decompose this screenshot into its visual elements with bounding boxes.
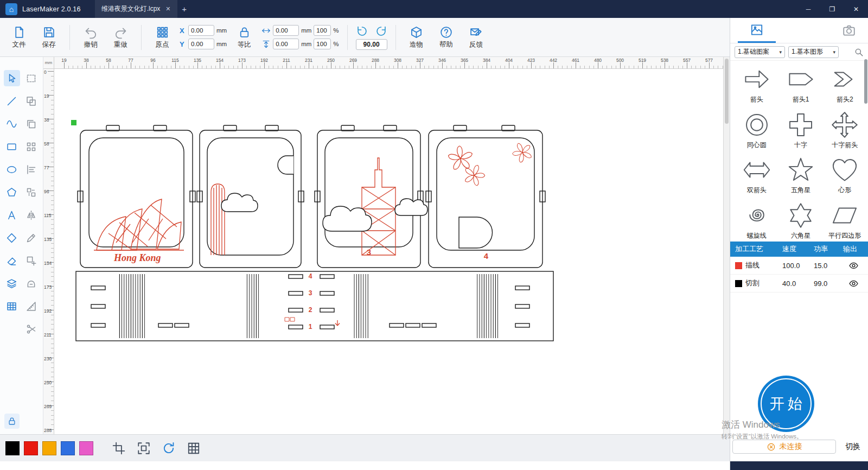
rotate-cw-icon[interactable] <box>375 25 387 37</box>
maximize-button[interactable]: ❐ <box>820 0 844 18</box>
tool-layers[interactable] <box>4 275 20 291</box>
feedback-button[interactable]: 反馈 <box>464 24 489 51</box>
switch-button[interactable]: 切换 <box>840 442 865 452</box>
panel-scrollbar[interactable] <box>864 59 867 104</box>
color-swatch-3[interactable] <box>61 441 75 455</box>
tool-mirror[interactable] <box>23 207 40 223</box>
redo-label: 重做 <box>114 40 127 49</box>
tool-diamond[interactable] <box>4 230 20 246</box>
fit-view-icon[interactable] <box>137 441 151 455</box>
refresh-icon[interactable] <box>162 441 176 455</box>
help-button[interactable]: 帮助 <box>434 24 459 51</box>
tab-vector-library[interactable] <box>738 18 776 43</box>
close-button[interactable]: ✕ <box>844 0 868 18</box>
tool-eraser[interactable] <box>4 252 20 269</box>
shape-item-star5[interactable]: 五角星 <box>780 156 821 196</box>
shape-item-arrow-pentagon[interactable]: 箭头1 <box>780 65 821 105</box>
height-percent-input[interactable] <box>314 39 331 49</box>
tool-duplicate[interactable] <box>23 116 40 132</box>
shape-item-cross[interactable]: 十字 <box>780 111 821 151</box>
color-swatch-4[interactable] <box>79 441 93 455</box>
width-percent-input[interactable] <box>314 25 331 36</box>
shape-item-heart[interactable]: 心形 <box>824 156 866 196</box>
redo-button[interactable]: 重做 <box>108 24 133 51</box>
shape-label: 螺旋线 <box>747 231 767 240</box>
tool-group[interactable] <box>23 184 40 200</box>
create-button[interactable]: 造物 <box>404 24 429 51</box>
color-swatch-1[interactable] <box>24 441 38 455</box>
start-button[interactable]: 开始 <box>758 376 814 432</box>
tool-polygon[interactable] <box>4 184 20 200</box>
connection-status[interactable]: 未连接 <box>732 440 836 454</box>
tool-text[interactable] <box>4 207 20 223</box>
rotation-input[interactable] <box>356 39 387 50</box>
process-row[interactable]: 描线100.015.0 <box>730 257 868 275</box>
tool-trim[interactable] <box>23 321 40 337</box>
tool-weld[interactable] <box>23 275 40 291</box>
tool-select[interactable] <box>4 70 20 86</box>
tool-table[interactable] <box>4 298 20 314</box>
height-input[interactable] <box>273 39 299 49</box>
horizontal-ruler: 1938587796115135154173192211231250269288… <box>54 57 723 69</box>
category-select-1[interactable]: 1.基础图案 ▾ <box>735 46 785 58</box>
process-row[interactable]: 切割40.099.0 <box>730 275 868 293</box>
tool-boolean-grid[interactable] <box>23 252 40 269</box>
width-input[interactable] <box>273 25 299 36</box>
ruler-corner: mm <box>43 57 54 69</box>
document-tab[interactable]: 维港夜景文化灯.lcpx ✕ <box>95 0 177 18</box>
shape-item-arrow-right[interactable]: 箭头 <box>736 65 777 105</box>
tab-close-icon[interactable]: ✕ <box>165 5 170 12</box>
tool-marquee-select[interactable] <box>23 70 40 86</box>
y-input[interactable] <box>188 39 214 49</box>
undo-button[interactable]: 撤销 <box>78 24 103 51</box>
col-power: 功率 <box>814 244 843 254</box>
tool-align[interactable] <box>23 161 40 177</box>
process-table-header: 加工工艺 速度 功率 输出 <box>730 242 868 257</box>
shape-item-spiral[interactable]: 螺旋线 <box>736 201 777 242</box>
canvas-scrollbar[interactable] <box>723 57 730 434</box>
tool-node-edit[interactable] <box>23 230 40 246</box>
connection-row: 未连接 切换 <box>732 439 865 454</box>
feedback-label: 反馈 <box>469 40 483 49</box>
tool-measure[interactable] <box>23 298 40 314</box>
lock-tool[interactable] <box>4 414 20 429</box>
visibility-eye-icon[interactable] <box>848 278 859 289</box>
tab-camera[interactable] <box>838 18 860 43</box>
search-icon[interactable] <box>854 47 864 57</box>
shape-item-cross-arrows[interactable]: 十字箭头 <box>824 111 866 151</box>
tool-array-copy[interactable] <box>23 138 40 155</box>
app-title: LaserMaker 2.0.16 <box>22 5 81 13</box>
shape-item-arrow-chevron[interactable]: 箭头2 <box>824 65 866 105</box>
x-input[interactable] <box>188 25 214 36</box>
grid-icon[interactable] <box>187 441 201 455</box>
layer-color-swatch <box>735 262 742 269</box>
tool-rectangle[interactable] <box>4 138 20 155</box>
origin-button[interactable]: 原点 <box>150 24 175 51</box>
frame-icon[interactable] <box>112 441 126 455</box>
arrow-pentagon-icon <box>787 65 815 93</box>
tool-curve[interactable] <box>4 116 20 132</box>
shape-item-concentric-circles[interactable]: 同心圆 <box>736 111 777 151</box>
rotate-ccw-icon[interactable] <box>356 25 368 37</box>
new-tab-button[interactable]: + <box>177 0 192 18</box>
minimize-button[interactable]: ─ <box>796 0 820 18</box>
shape-label: 双箭头 <box>747 186 767 195</box>
tool-shape-combine[interactable] <box>23 93 40 109</box>
shape-label: 箭头2 <box>837 95 853 104</box>
color-swatch-2[interactable] <box>42 441 56 455</box>
canvas[interactable]: Hong Kong 3 4 4 3 2 1 <box>54 69 723 434</box>
proportional-lock-button[interactable]: 等比 <box>232 24 257 51</box>
shape-label: 十字 <box>794 141 807 150</box>
category-select-2[interactable]: 1.基本图形 ▾ <box>788 46 839 58</box>
color-swatch-0[interactable] <box>5 441 20 455</box>
tool-ellipse[interactable] <box>4 161 20 177</box>
tool-line[interactable] <box>4 93 20 109</box>
shape-item-star6[interactable]: 六角星 <box>780 201 821 242</box>
visibility-eye-icon[interactable] <box>848 261 859 271</box>
shape-item-double-arrow[interactable]: 双箭头 <box>736 156 777 196</box>
save-button[interactable]: 保存 <box>36 24 61 51</box>
file-button[interactable]: 文件 <box>7 24 31 51</box>
selection-handle <box>71 120 76 125</box>
view-tools <box>112 441 201 455</box>
shape-item-parallelogram[interactable]: 平行四边形 <box>824 201 866 242</box>
